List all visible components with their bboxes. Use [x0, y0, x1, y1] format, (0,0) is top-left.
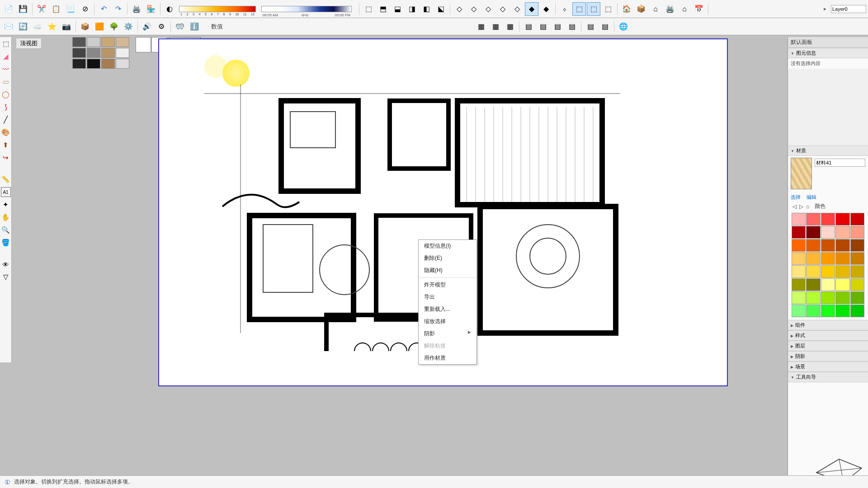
- hand-icon[interactable]: ✋: [1, 212, 11, 222]
- color-swatch[interactable]: [835, 305, 849, 317]
- top-view-icon[interactable]: ⬒: [376, 2, 390, 16]
- save-icon[interactable]: 💾: [16, 2, 30, 16]
- freehand-icon[interactable]: 〰: [1, 64, 11, 74]
- section-scenes[interactable]: 场景: [788, 361, 868, 372]
- color-swatch[interactable]: [835, 226, 849, 239]
- color-swatch[interactable]: [835, 252, 849, 265]
- color-swatch[interactable]: [806, 213, 820, 225]
- color-swatch[interactable]: [850, 252, 864, 265]
- section-components[interactable]: 组件: [788, 320, 868, 330]
- mat-swatch[interactable]: [87, 48, 100, 58]
- nav-back-icon[interactable]: ◁: [793, 203, 797, 210]
- panel3-icon[interactable]: ▤: [551, 20, 564, 33]
- material-preview[interactable]: [791, 158, 812, 189]
- style3-icon[interactable]: ◇: [481, 2, 495, 16]
- eye-icon[interactable]: 👁: [1, 259, 11, 269]
- mat-swatch[interactable]: [72, 37, 86, 47]
- copy-icon[interactable]: 📋: [49, 2, 63, 16]
- follow-icon[interactable]: ↪: [1, 153, 11, 163]
- cube1-icon[interactable]: ⬚: [572, 2, 586, 16]
- panel1-icon[interactable]: ▤: [522, 20, 535, 33]
- eraser-icon[interactable]: ◢: [1, 52, 11, 61]
- color-swatch[interactable]: [821, 213, 835, 225]
- color-swatch[interactable]: [806, 226, 820, 239]
- warehouse-icon[interactable]: 🏪: [144, 2, 158, 16]
- color-swatch[interactable]: [850, 239, 864, 252]
- section-shadows[interactable]: 阴影: [788, 351, 868, 361]
- mat-swatch[interactable]: [101, 59, 115, 69]
- color-swatch[interactable]: [821, 265, 835, 278]
- color-swatch[interactable]: [835, 213, 849, 225]
- house1-icon[interactable]: 🏠: [620, 2, 633, 16]
- cm-shadow[interactable]: 阴影▶: [419, 328, 476, 340]
- star-icon[interactable]: ⭐: [45, 20, 59, 33]
- material-select-tab[interactable]: 选择: [791, 194, 801, 200]
- section-instructor[interactable]: 工具向导: [788, 372, 868, 382]
- front-view-icon[interactable]: ⬓: [391, 2, 404, 16]
- camera-icon[interactable]: 📷: [60, 20, 73, 33]
- color-swatch[interactable]: [792, 252, 806, 265]
- info-icon[interactable]: ℹ️: [188, 20, 201, 33]
- panel4-icon[interactable]: ▤: [565, 20, 579, 33]
- cm-export[interactable]: 导出: [419, 291, 476, 303]
- house3-icon[interactable]: ⌂: [678, 2, 691, 16]
- cm-explode[interactable]: 炸开模型: [419, 279, 476, 291]
- mat-current-front[interactable]: [136, 37, 151, 52]
- color-swatch[interactable]: [806, 305, 820, 317]
- tape-icon[interactable]: 📏: [1, 174, 11, 184]
- sound-icon[interactable]: 🔊: [140, 20, 154, 33]
- style1-icon[interactable]: ◇: [453, 2, 466, 16]
- mat-swatch[interactable]: [72, 59, 86, 69]
- month-slider[interactable]: 123456789101112: [179, 6, 256, 12]
- cm-delete[interactable]: 删除(E): [419, 252, 476, 264]
- section-layers[interactable]: 图层: [788, 341, 868, 351]
- style6-icon[interactable]: ◆: [525, 2, 538, 16]
- color-swatch[interactable]: [850, 305, 864, 317]
- color-swatch[interactable]: [821, 305, 835, 317]
- style2-icon[interactable]: ◇: [467, 2, 481, 16]
- select-icon[interactable]: ⬚: [1, 39, 11, 49]
- panel5-icon[interactable]: ▤: [584, 20, 597, 33]
- box-icon[interactable]: 📦: [634, 2, 648, 16]
- cut-icon[interactable]: ✂️: [35, 2, 48, 16]
- grid1-icon[interactable]: ▦: [474, 20, 488, 33]
- color-swatch[interactable]: [792, 278, 806, 291]
- color-swatch[interactable]: [806, 239, 820, 252]
- color-swatch[interactable]: [850, 265, 864, 278]
- style7-icon[interactable]: ◆: [539, 2, 553, 16]
- color-swatch[interactable]: [792, 291, 806, 304]
- color-swatch[interactable]: [792, 239, 806, 252]
- house2-icon[interactable]: ⌂: [649, 2, 662, 16]
- nav-fwd-icon[interactable]: ▷: [799, 203, 803, 210]
- circle-icon[interactable]: ◯: [1, 89, 11, 99]
- color-swatch[interactable]: [835, 239, 849, 252]
- nav-home-icon[interactable]: ⌂: [806, 203, 809, 210]
- back-view-icon[interactable]: ◧: [420, 2, 433, 16]
- tool-a-icon[interactable]: ✉️: [2, 20, 15, 33]
- cm-zoom-sel[interactable]: 缩放选择: [419, 315, 476, 328]
- xray-icon[interactable]: ⬨: [558, 2, 571, 16]
- color-swatch[interactable]: [792, 213, 806, 225]
- vr-icon[interactable]: 🥽: [173, 20, 187, 33]
- color-swatch[interactable]: [792, 265, 806, 278]
- paste-icon[interactable]: 📃: [64, 2, 77, 16]
- delete-icon[interactable]: ⊘: [78, 2, 92, 16]
- cube2-icon[interactable]: ⬚: [587, 2, 600, 16]
- color-swatch[interactable]: [821, 226, 835, 239]
- panel2-icon[interactable]: ▤: [536, 20, 550, 33]
- color-swatch[interactable]: [835, 291, 849, 304]
- settings-icon[interactable]: ⚙: [155, 20, 168, 33]
- text-icon[interactable]: A1: [1, 187, 11, 197]
- material-name-input[interactable]: [815, 159, 865, 167]
- box2-icon[interactable]: 📦: [78, 20, 92, 33]
- color-swatch[interactable]: [835, 265, 849, 278]
- cm-use-material[interactable]: 用作材质: [419, 352, 476, 364]
- new-icon[interactable]: 📄: [2, 2, 15, 16]
- panel6-icon[interactable]: ▤: [598, 20, 612, 33]
- globe-icon[interactable]: 🌐: [617, 20, 630, 33]
- color-swatch[interactable]: [821, 278, 835, 291]
- iso-icon[interactable]: ⬚: [362, 2, 375, 16]
- shadow-toggle-icon[interactable]: ◐: [163, 2, 176, 16]
- mat-swatch[interactable]: [116, 59, 129, 69]
- color-swatch[interactable]: [835, 278, 849, 291]
